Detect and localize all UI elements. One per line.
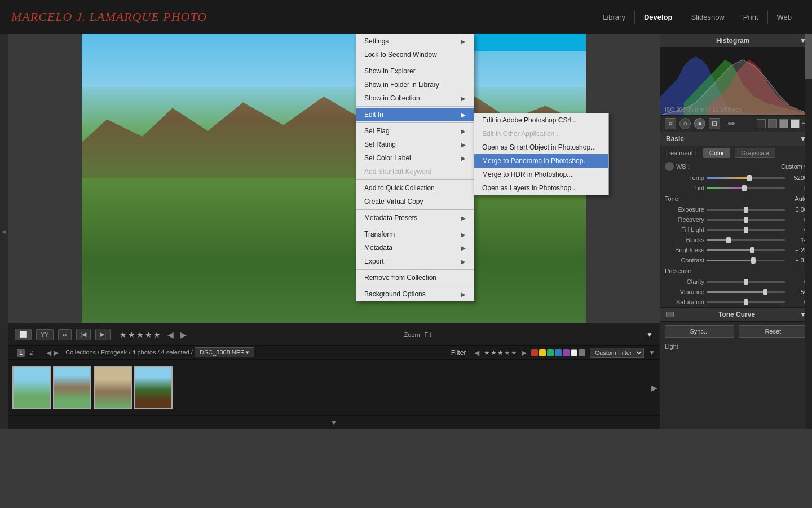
fstar-2[interactable]: ★: [491, 349, 497, 357]
tint-thumb[interactable]: [742, 185, 747, 191]
crop-tool[interactable]: ⌗: [665, 118, 676, 129]
swatch-purple[interactable]: [563, 349, 570, 356]
ctx-show-in-explorer[interactable]: Show in Explorer: [356, 64, 474, 78]
fstar-4[interactable]: ★: [504, 349, 510, 357]
fit-label[interactable]: Fit: [425, 331, 431, 338]
nav-prev[interactable]: ◀: [165, 330, 176, 339]
recovery-slider[interactable]: [707, 219, 785, 221]
view-grid-btn[interactable]: YY: [36, 329, 54, 340]
tab-slideshow[interactable]: Slideshow: [682, 11, 734, 24]
swatch-white[interactable]: [571, 349, 577, 356]
whites-icon[interactable]: [791, 119, 800, 128]
shadows-icon[interactable]: [757, 119, 766, 128]
tone-curve-header[interactable]: Tone Curve ▼: [660, 308, 812, 321]
prev-frame-btn[interactable]: |◀: [76, 329, 91, 340]
ctx-remove-from-collection[interactable]: Remove from Collection: [356, 271, 474, 284]
ctx-settings[interactable]: Settings ▶: [356, 34, 474, 48]
ctx-background-options[interactable]: Background Options ▶: [356, 287, 474, 301]
vibrance-thumb[interactable]: [763, 289, 767, 295]
graduated-filter-tool[interactable]: ⊟: [709, 118, 720, 129]
star-5[interactable]: ★: [153, 330, 161, 339]
basic-header[interactable]: Basic ▼: [660, 132, 812, 146]
contrast-thumb[interactable]: [751, 257, 756, 264]
saturation-thumb[interactable]: [744, 299, 748, 305]
tab-develop[interactable]: Develop: [635, 11, 682, 24]
reset-button[interactable]: Reset: [739, 325, 808, 338]
brightness-thumb[interactable]: [750, 247, 754, 253]
filmstrip-next[interactable]: ▶: [54, 349, 59, 357]
page-1[interactable]: 1: [17, 349, 25, 357]
filter-prev[interactable]: ◀: [474, 349, 479, 357]
clarity-slider[interactable]: [707, 281, 785, 283]
redeye-tool[interactable]: ●: [694, 118, 705, 129]
view-compare-btn[interactable]: ▪▪: [58, 329, 72, 340]
thumb-3[interactable]: [94, 366, 132, 409]
thumb-4[interactable]: [134, 366, 173, 409]
fstar-1[interactable]: ★: [484, 349, 490, 357]
ctx-create-virtual-copy[interactable]: Create Virtual Copy: [356, 195, 474, 208]
treatment-grayscale-btn[interactable]: Grayscale: [735, 148, 775, 158]
sub-merge-panorama[interactable]: Merge to Panorama in Photoshop...: [474, 154, 608, 168]
blacks-thumb[interactable]: [726, 237, 731, 243]
right-panel-scroll-thumb[interactable]: [805, 34, 812, 79]
right-panel-scroll[interactable]: [805, 34, 812, 429]
custom-filter-select[interactable]: Custom Filter: [590, 348, 644, 358]
ctx-add-quick-collection[interactable]: Add to Quick Collection: [356, 181, 474, 195]
temp-slider[interactable]: [707, 177, 785, 179]
filmstrip-bottom-arrow[interactable]: ▼: [330, 419, 337, 427]
recovery-thumb[interactable]: [744, 217, 748, 223]
ctx-edit-in[interactable]: Edit In ▶: [356, 108, 474, 121]
swatch-gray[interactable]: [579, 349, 585, 356]
highlights-icon[interactable]: [779, 119, 788, 128]
exposure-thumb[interactable]: [744, 207, 748, 213]
fstar-3[interactable]: ★: [497, 349, 504, 357]
brightness-slider[interactable]: [707, 249, 785, 251]
tab-print[interactable]: Print: [734, 11, 768, 24]
wb-eyedropper-icon[interactable]: [665, 162, 674, 171]
sync-button[interactable]: Sync...: [665, 325, 734, 338]
swatch-red[interactable]: [531, 349, 538, 356]
sub-edit-photoshop[interactable]: Edit in Adobe Photoshop CS4...: [474, 113, 608, 127]
contrast-slider[interactable]: [707, 260, 785, 261]
ctx-transform[interactable]: Transform ▶: [356, 227, 474, 241]
star-2[interactable]: ★: [128, 330, 135, 339]
ctx-metadata-presets[interactable]: Metadata Presets ▶: [356, 211, 474, 225]
next-frame-btn[interactable]: ▶|: [95, 329, 111, 340]
ctx-set-rating[interactable]: Set Rating ▶: [356, 138, 474, 151]
page-2[interactable]: 2: [27, 349, 35, 357]
nav-next[interactable]: ▶: [178, 330, 189, 339]
sub-open-layers[interactable]: Open as Layers in Photoshop...: [474, 181, 608, 195]
fstar-5[interactable]: ★: [511, 349, 517, 357]
fill-light-thumb[interactable]: [744, 227, 748, 233]
thumb-1[interactable]: [12, 366, 51, 409]
swatch-blue[interactable]: [555, 349, 562, 356]
star-1[interactable]: ★: [120, 330, 127, 339]
left-panel-arrow[interactable]: ◄: [1, 229, 7, 235]
saturation-slider[interactable]: [707, 301, 785, 303]
sub-open-smart-object[interactable]: Open as Smart Object in Photoshop...: [474, 141, 608, 154]
wb-value[interactable]: Custom ▾: [781, 163, 807, 170]
ctx-set-flag[interactable]: Set Flag ▶: [356, 124, 474, 138]
filmstrip-toggle[interactable]: ▼: [646, 331, 653, 339]
tint-slider[interactable]: [707, 187, 785, 189]
ctx-show-in-folder[interactable]: Show in Folder in Library: [356, 78, 474, 91]
exposure-slider[interactable]: [707, 209, 785, 211]
star-3[interactable]: ★: [136, 330, 144, 339]
ctx-set-color-label[interactable]: Set Color Label ▶: [356, 151, 474, 165]
thumb-2[interactable]: [53, 366, 91, 409]
ctx-export[interactable]: Export ▶: [356, 255, 474, 268]
filmstrip-expand-right[interactable]: ▶: [651, 383, 657, 392]
vibrance-slider[interactable]: [707, 291, 785, 293]
ctx-metadata[interactable]: Metadata ▶: [356, 241, 474, 255]
midtones-icon[interactable]: [768, 119, 777, 128]
tab-library[interactable]: Library: [594, 11, 635, 24]
treatment-color-btn[interactable]: Color: [703, 148, 730, 158]
blacks-slider[interactable]: [707, 239, 785, 241]
sub-merge-hdr[interactable]: Merge to HDR in Photoshop...: [474, 168, 608, 181]
ctx-lock-second-window[interactable]: Lock to Second Window: [356, 48, 474, 62]
fill-light-slider[interactable]: [707, 229, 785, 231]
wb-picker-tool[interactable]: ✏: [728, 119, 735, 129]
filter-settings[interactable]: ▼: [648, 349, 655, 357]
temp-thumb[interactable]: [747, 175, 752, 181]
view-loupe-btn[interactable]: ⬜: [15, 329, 32, 340]
